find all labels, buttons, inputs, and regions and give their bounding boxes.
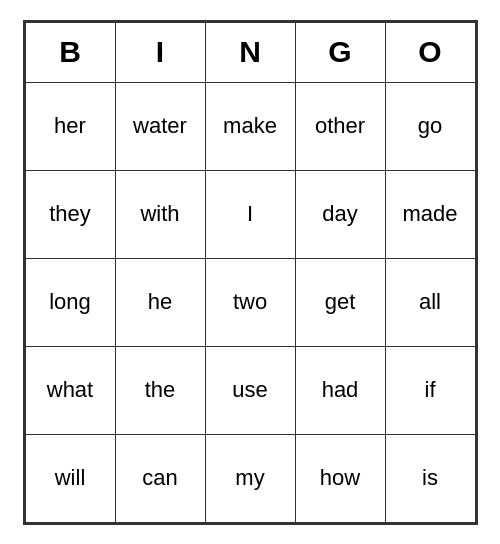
table-cell: other	[295, 82, 385, 170]
table-row: herwatermakeothergo	[25, 82, 475, 170]
header-o: O	[385, 22, 475, 82]
table-cell: use	[205, 346, 295, 434]
bingo-card: B I N G O herwatermakeothergotheywithIda…	[23, 20, 478, 525]
header-i: I	[115, 22, 205, 82]
table-cell: if	[385, 346, 475, 434]
table-cell: what	[25, 346, 115, 434]
header-n: N	[205, 22, 295, 82]
table-cell: water	[115, 82, 205, 170]
table-cell: made	[385, 170, 475, 258]
table-cell: go	[385, 82, 475, 170]
table-cell: the	[115, 346, 205, 434]
table-cell: will	[25, 434, 115, 522]
table-cell: with	[115, 170, 205, 258]
table-cell: day	[295, 170, 385, 258]
table-cell: my	[205, 434, 295, 522]
table-row: longhetwogetall	[25, 258, 475, 346]
table-cell: I	[205, 170, 295, 258]
table-row: whattheusehadif	[25, 346, 475, 434]
header-row: B I N G O	[25, 22, 475, 82]
table-row: willcanmyhowis	[25, 434, 475, 522]
table-cell: is	[385, 434, 475, 522]
table-cell: he	[115, 258, 205, 346]
table-cell: make	[205, 82, 295, 170]
table-cell: get	[295, 258, 385, 346]
bingo-table: B I N G O herwatermakeothergotheywithIda…	[25, 22, 476, 523]
table-cell: all	[385, 258, 475, 346]
table-cell: can	[115, 434, 205, 522]
table-cell: how	[295, 434, 385, 522]
table-cell: they	[25, 170, 115, 258]
table-cell: her	[25, 82, 115, 170]
table-cell: two	[205, 258, 295, 346]
table-cell: had	[295, 346, 385, 434]
header-b: B	[25, 22, 115, 82]
table-cell: long	[25, 258, 115, 346]
header-g: G	[295, 22, 385, 82]
table-row: theywithIdaymade	[25, 170, 475, 258]
